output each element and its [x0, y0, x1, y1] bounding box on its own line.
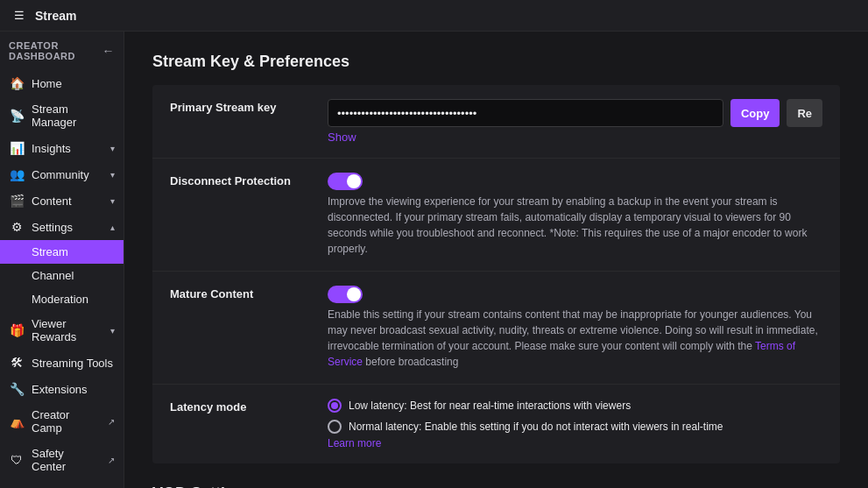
menu-icon[interactable]: ☰ — [11, 7, 28, 25]
sidebar-item-community[interactable]: 👥 Community ▾ — [0, 161, 123, 187]
mature-content-row: Mature Content Enable this setting if yo… — [152, 272, 840, 385]
low-latency-label: Low latency: Best for near real-time int… — [349, 400, 631, 412]
main-content: Stream Key & Preferences Primary Stream … — [124, 32, 868, 488]
sidebar-sub-item-label: Stream — [32, 245, 68, 258]
mature-content-label: Mature Content — [170, 286, 310, 301]
sidebar-item-label: Content — [32, 194, 72, 208]
sidebar-item-insights[interactable]: 📊 Insights ▾ — [0, 135, 123, 161]
show-link[interactable]: Show — [328, 131, 356, 144]
chevron-down-icon: ▾ — [110, 196, 115, 206]
sidebar-item-content[interactable]: 🎬 Content ▾ — [0, 187, 123, 214]
app-title: Stream — [35, 9, 76, 23]
sidebar-item-stream-manager[interactable]: 📡 Stream Manager — [0, 96, 123, 135]
reset-button[interactable]: Re — [787, 99, 822, 127]
stream-key-input-row: Copy Re — [328, 99, 822, 127]
creator-camp-icon: ⛺ — [9, 414, 25, 428]
sidebar-item-safety-center[interactable]: 🛡 Safety Center ↗ — [0, 441, 123, 479]
home-icon: 🏠 — [9, 76, 25, 90]
sidebar-item-streaming-tools[interactable]: 🛠 Streaming Tools — [0, 350, 123, 376]
stream-key-section: Primary Stream key Copy Re Show Disconne… — [152, 85, 840, 463]
latency-mode-control: Low latency: Best for near real-time int… — [328, 399, 822, 449]
insights-icon: 📊 — [9, 141, 25, 155]
stream-key-control: Copy Re Show — [328, 99, 822, 144]
stream-manager-icon: 📡 — [9, 109, 25, 123]
sidebar-item-extensions[interactable]: 🔧 Extensions — [0, 376, 123, 402]
stream-key-row: Primary Stream key Copy Re Show — [152, 85, 840, 159]
extensions-icon: 🔧 — [9, 382, 25, 396]
stream-key-input[interactable] — [328, 99, 723, 127]
chevron-down-icon: ▾ — [110, 326, 115, 336]
low-latency-option[interactable]: Low latency: Best for near real-time int… — [328, 399, 822, 413]
stream-key-section-title: Stream Key & Preferences — [152, 53, 840, 71]
sidebar-item-label: Streaming Tools — [32, 357, 113, 370]
low-latency-radio[interactable] — [328, 399, 342, 413]
sidebar-item-label: Creator Camp — [32, 408, 97, 435]
sidebar-item-label: Home — [32, 77, 62, 90]
creator-dashboard-label: CREATOR DASHBOARD — [9, 40, 102, 61]
mature-content-toggle[interactable] — [328, 286, 363, 303]
sidebar-item-stream[interactable]: Stream — [0, 240, 123, 264]
community-icon: 👥 — [9, 167, 25, 181]
sidebar-item-label: Extensions — [32, 383, 88, 396]
sidebar-item-channel[interactable]: Channel — [0, 264, 123, 287]
sidebar-item-creator-camp[interactable]: ⛺ Creator Camp ↗ — [0, 402, 123, 441]
disconnect-protection-label: Disconnect Protection — [170, 173, 310, 187]
streaming-tools-icon: 🛠 — [9, 356, 25, 370]
latency-mode-label: Latency mode — [170, 399, 310, 414]
safety-center-icon: 🛡 — [9, 453, 25, 467]
sidebar-item-label: Community — [32, 168, 89, 181]
copy-button[interactable]: Copy — [730, 99, 780, 127]
sidebar-item-label: Viewer Rewards — [32, 317, 103, 343]
disconnect-protection-row: Disconnect Protection Improve the viewin… — [152, 159, 840, 272]
normal-latency-label: Normal latency: Enable this setting if y… — [349, 421, 723, 433]
external-link-icon: ↗ — [108, 417, 115, 427]
sidebar-item-label: Safety Center — [32, 447, 97, 473]
settings-icon: ⚙ — [9, 220, 25, 234]
sidebar-item-label: Insights — [32, 142, 71, 155]
sidebar-collapse-button[interactable]: ← — [102, 44, 116, 58]
mature-content-control: Enable this setting if your stream conta… — [328, 286, 822, 370]
sidebar-item-label: Settings — [32, 221, 73, 234]
sidebar-item-viewer-rewards[interactable]: 🎁 Viewer Rewards ▾ — [0, 311, 123, 350]
sidebar-item-moderation[interactable]: Moderation — [0, 287, 123, 311]
content-icon: 🎬 — [9, 194, 25, 208]
latency-mode-row: Latency mode Low latency: Best for near … — [152, 385, 840, 463]
viewer-rewards-icon: 🎁 — [9, 323, 25, 337]
chevron-down-icon: ▾ — [110, 170, 115, 180]
disconnect-protection-control: Improve the viewing experience for your … — [328, 173, 822, 257]
disconnect-protection-description: Improve the viewing experience for your … — [328, 194, 822, 257]
topbar: ☰ Stream — [0, 0, 868, 32]
chevron-down-icon: ▾ — [110, 144, 115, 153]
normal-latency-option[interactable]: Normal latency: Enable this setting if y… — [328, 420, 822, 434]
sidebar: CREATOR DASHBOARD ← 🏠 Home 📡 Stream Mana… — [0, 32, 124, 488]
normal-latency-radio[interactable] — [328, 420, 342, 434]
primary-stream-key-label: Primary Stream key — [170, 99, 310, 114]
sidebar-header: CREATOR DASHBOARD ← — [0, 32, 123, 70]
sidebar-sub-item-label: Moderation — [32, 293, 88, 306]
main-layout: CREATOR DASHBOARD ← 🏠 Home 📡 Stream Mana… — [0, 32, 868, 488]
disconnect-protection-toggle[interactable] — [328, 173, 363, 190]
latency-radio-group: Low latency: Best for near real-time int… — [328, 399, 822, 434]
learn-more-link[interactable]: Learn more — [328, 437, 381, 449]
sidebar-sub-item-label: Channel — [32, 269, 74, 282]
vod-settings-title: VOD Settings — [152, 484, 840, 488]
chevron-up-icon: ▴ — [110, 223, 115, 232]
sidebar-item-label: Stream Manager — [32, 103, 115, 129]
mature-content-description: Enable this setting if your stream conta… — [328, 307, 822, 370]
external-link-icon: ↗ — [108, 456, 115, 465]
sidebar-item-home[interactable]: 🏠 Home — [0, 70, 123, 96]
sidebar-item-settings[interactable]: ⚙ Settings ▴ — [0, 214, 123, 240]
